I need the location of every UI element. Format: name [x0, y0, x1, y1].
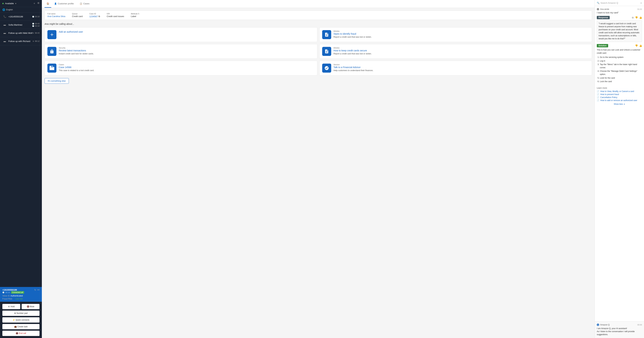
q-learn-link-4[interactable]: 📄 How to add or remove an authorized use…: [597, 99, 642, 102]
card-content: Cases Case 14566 This case is related to…: [59, 64, 314, 72]
hold-button[interactable]: ⏸ Hold: [2, 304, 20, 309]
quick-connects-button[interactable]: ⚡ Quick connects: [2, 317, 40, 323]
q-show-less: Show less ∧: [597, 103, 642, 105]
contact-item[interactable]: 📞 +19145550199 🕐 00:10: [0, 12, 42, 21]
card-content: Articles Stpes to identify fraud Report …: [334, 30, 589, 38]
case-id-label: Case ID: [90, 13, 100, 15]
cases-icon: 📋: [80, 2, 82, 5]
voice-id-item: Voice ID Authenticated: [2, 295, 23, 297]
card-icon-plus: [48, 30, 56, 39]
card-tag: Cases: [59, 64, 314, 66]
q-footer-line2: As I listen to the conversation I will p…: [597, 330, 634, 336]
thumbs-down-icon[interactable]: 👎: [635, 16, 638, 19]
q-solution-steps: Go to the servicing system Log in Tap th…: [597, 56, 642, 83]
q-message-ana: Ana wrote 01:02 I want to lock my card": [597, 8, 642, 14]
something-else-button[interactable]: It's something else: [44, 78, 69, 84]
plus-icon[interactable]: ＋: [33, 2, 36, 5]
ivr-value: Credit card issues: [107, 15, 124, 17]
chat-icon: ▬: [2, 39, 7, 43]
contact-item[interactable]: ▬ Follow up with Nikki Wolf ⏸ 06:43: [0, 29, 42, 37]
thumbs-down-icon[interactable]: 👎: [635, 44, 638, 47]
more-icon[interactable]: •••: [37, 289, 40, 291]
card-icon-doc: [322, 30, 331, 39]
number-pad-button[interactable]: ⊞ Number pad: [2, 311, 40, 316]
card-content: Service Talk to a Financial Advisor Help…: [334, 64, 589, 72]
card-desc: Instant credit card lock for stolen card…: [59, 52, 314, 55]
q-learn-link-label-3: Cancellation Policy: [600, 96, 617, 99]
card-keep-secure[interactable]: Articles How to keep credit cards secure…: [319, 44, 592, 59]
clock-icon-2: 🕐: [32, 25, 34, 27]
fraud-risk-value: Low risk: [15, 298, 22, 300]
chat-icon: ▬: [2, 31, 7, 35]
doc-icon: 📄: [597, 93, 599, 95]
q-msg-time: 01:02: [637, 8, 642, 10]
q-learn-link-3[interactable]: 📄 Cancellation Policy: [597, 96, 642, 99]
status-indicator: [2, 3, 4, 4]
q-author-label: Ana wrote: [600, 8, 609, 10]
contact-time-row: 🕐 00:10: [32, 15, 40, 17]
contact-item[interactable]: ▬ Sofia Martínez 🕐 06:43 🕐 02:10: [0, 21, 42, 29]
thumbs-up-icon[interactable]: 👍: [639, 16, 642, 19]
q-solution-text: This is how you can Lock and Unlock a cu…: [597, 48, 642, 83]
card-title: Review latest transactions: [59, 49, 314, 52]
full-name-value[interactable]: Ana Carolina Silva: [48, 15, 65, 17]
contact-time-row2: 🕐 02:10: [32, 25, 40, 27]
home-icon: 🏠: [46, 2, 49, 5]
q-footer-author: Q Amazon Q: [597, 324, 610, 326]
card-identify-fraud[interactable]: Articles Stpes to identify fraud Report …: [319, 27, 592, 42]
contact-time-row: ⏸ 08:12: [32, 40, 40, 42]
contact-item[interactable]: ▬ Follow up with Richard ⏸ 08:12: [0, 37, 42, 45]
q-footer-text: I am Amazon Q, your AI assistant! As I l…: [597, 327, 642, 336]
contact-left: ▬ Follow up with Nikki Wolf: [2, 31, 32, 35]
card-content: Security Review latest transactions Inst…: [59, 47, 314, 55]
contact-time: 06:43: [35, 22, 40, 24]
main-content: 🏠 👤 Customer profile 📋 Cases Full name A…: [42, 0, 594, 338]
thumbs-up-icon[interactable]: 👍: [639, 44, 642, 47]
q-learn-link-2[interactable]: 📄 How to prevent fraud: [597, 93, 642, 95]
search-input[interactable]: [600, 2, 639, 4]
show-less-button[interactable]: Show less ∧: [614, 103, 625, 105]
q-learn-link-1[interactable]: 📄 How to View, Modify, or Cancel a card: [597, 90, 642, 92]
queue-field: Queue Credit card: [72, 13, 83, 17]
call-info-row: Voice ID Authenticated: [2, 295, 40, 297]
card-case[interactable]: Cases Case 14566 This case is related to…: [44, 61, 317, 75]
sidebar-header: Available ▾ ＋ ⚙: [0, 0, 42, 7]
call-actions: ⏸ Hold 🔇 Mute ⊞ Number pad ⚡ Quick conne…: [0, 302, 42, 338]
card-tag: Articles: [334, 30, 589, 32]
card-icon-advisor: [322, 64, 331, 73]
card-desc: Help customers to understand their finan…: [334, 69, 589, 72]
status-label: Available: [5, 2, 14, 5]
contact-name: Follow up with Nikki Wolf: [8, 32, 32, 34]
customer-profile-label: Customer profile: [58, 2, 74, 5]
q-msg-author: Ana wrote: [597, 8, 609, 10]
q-learn-link-label-1: How to View, Modify, or Cancel a card: [600, 90, 634, 92]
card-financial-advisor[interactable]: Service Talk to a Financial Advisor Help…: [319, 61, 592, 75]
attribute-value: Label: [131, 15, 136, 17]
refresh-icon[interactable]: ↻: [34, 289, 36, 291]
q-solution-badge-row: Solution 👎 👍: [597, 44, 642, 47]
contact-time: 00:10: [35, 15, 40, 17]
end-call-button[interactable]: 📵 End call: [2, 331, 40, 336]
voice-id-label: Voice ID: [2, 295, 10, 297]
clock-icon-active: 🕐: [2, 292, 4, 293]
q-response-block: Response ⧉ 👎 👍 "I would suggest a card l…: [597, 16, 642, 42]
content-area: Full name Ana Carolina Silva Queue Credi…: [42, 8, 594, 338]
chevron-up-icon[interactable]: ∧: [640, 2, 642, 4]
copy-icon[interactable]: ⧉: [98, 15, 100, 18]
q-response-text: "I would suggest a card lock or credit c…: [597, 20, 642, 42]
gear-icon[interactable]: ⚙: [37, 2, 40, 5]
q-step-4: Choose the "Manage Debit Card Settings" …: [600, 70, 642, 76]
tab-cases[interactable]: 📋 Cases: [77, 0, 92, 8]
tab-customer-profile[interactable]: 👤 Customer profile: [51, 0, 77, 8]
card-add-authorized-user[interactable]: Add an authorized user: [44, 27, 317, 42]
case-id-value[interactable]: 1234567: [90, 15, 98, 18]
mute-button[interactable]: 🔇 Mute: [22, 304, 40, 309]
card-review-transactions[interactable]: Security Review latest transactions Inst…: [44, 44, 317, 59]
amazon-q-panel: 🔍 ∧ Ana wrote 01:02 I want to lock my ca…: [594, 0, 644, 338]
chevron-down-icon[interactable]: ▾: [15, 2, 16, 5]
active-call-status: 🕐 00:10 Connected call: [2, 291, 40, 294]
q-search-bar: 🔍 ∧: [595, 0, 644, 6]
copy-action-icon[interactable]: ⧉: [632, 16, 634, 19]
create-task-button[interactable]: 💼 Create task: [2, 324, 40, 329]
tab-home[interactable]: 🏠: [44, 0, 51, 8]
